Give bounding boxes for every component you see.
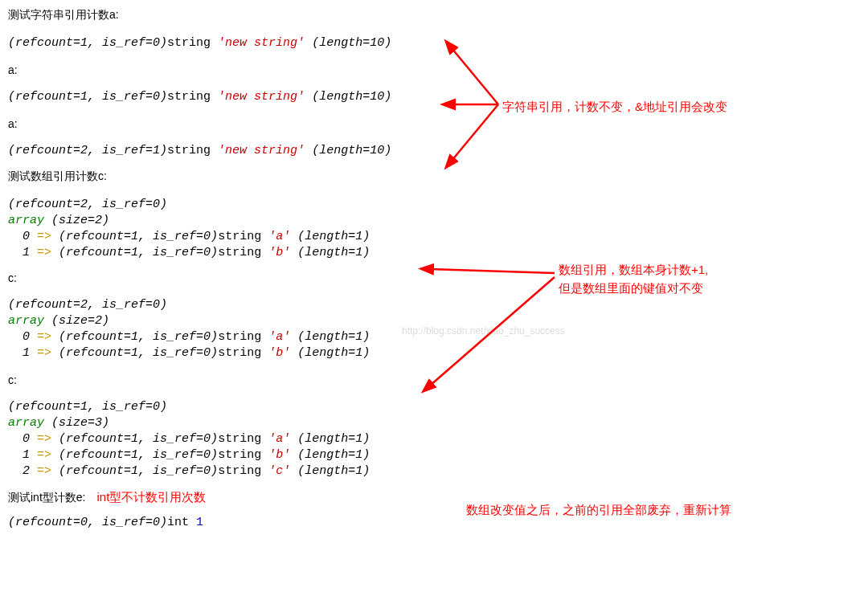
s1-line1: (refcount=1, is_ref=0)string 'new string…	[8, 36, 860, 50]
section2-header: 测试数组引用计数c:	[8, 169, 860, 184]
s4-row1: 1 => (refcount=1, is_ref=0)string 'b' (l…	[8, 448, 860, 462]
section5-header: 测试int型计数e:	[8, 491, 85, 505]
zhihu-credit: 知乎 @PHP中高级进阶	[712, 574, 854, 593]
s3-l1: (refcount=2, is_ref=0)	[8, 298, 860, 312]
watermark-text: http://blog.csdn.net/xiao_zhu_success	[402, 325, 565, 337]
s4-row0: 0 => (refcount=1, is_ref=0)string 'a' (l…	[8, 432, 860, 446]
s2-row1: 1 => (refcount=1, is_ref=0)string 'b' (l…	[8, 246, 860, 259]
labelC2: c:	[8, 271, 860, 284]
s1-labelA3: a:	[8, 117, 860, 130]
s2-l1: (refcount=2, is_ref=0)	[8, 198, 860, 211]
s4-row2: 2 => (refcount=1, is_ref=0)string 'c' (l…	[8, 464, 860, 478]
s1-labelA2: a:	[8, 63, 860, 76]
annotation-string-ref: 字符串引用，计数不变，&地址引用会改变	[502, 98, 727, 116]
s3-row1: 1 => (refcount=1, is_ref=0)string 'b' (l…	[8, 346, 860, 360]
section1-header: 测试字符串引用计数a:	[8, 8, 860, 22]
s4-l1: (refcount=1, is_ref=0)	[8, 400, 860, 414]
annotation-array-change: 数组改变值之后，之前的引用全部废弃，重新计算	[466, 501, 731, 520]
annotation-array-ref: 数组引用，数组本身计数+1, 但是数组里面的键值对不变	[559, 261, 708, 297]
s5-l1: (refcount=0, is_ref=0)int 1	[8, 516, 860, 529]
s1-line2: (refcount=1, is_ref=0)string 'new string…	[8, 90, 860, 104]
s1-line3: (refcount=2, is_ref=1)string 'new string…	[8, 144, 860, 157]
zhihu-icon	[670, 575, 691, 596]
s2-arr: array (size=2)	[8, 214, 860, 227]
labelC3: c:	[8, 373, 860, 386]
anno-int: int型不计数引用次数	[96, 490, 206, 505]
s4-arr: array (size=3)	[8, 416, 860, 430]
s2-row0: 0 => (refcount=1, is_ref=0)string 'a' (l…	[8, 230, 860, 243]
